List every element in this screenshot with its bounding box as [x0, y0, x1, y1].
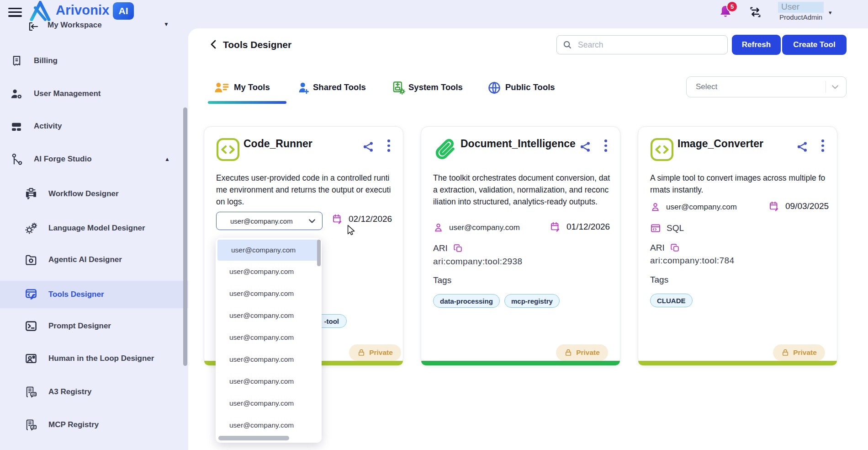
dropdown-option[interactable]: user@company.com: [216, 414, 322, 436]
back-button[interactable]: [208, 38, 219, 50]
expiry-date: 09/03/2025: [785, 201, 829, 211]
card-accent-bar: [638, 361, 837, 365]
dropdown-option[interactable]: user@company.com: [216, 370, 322, 392]
sidebar-item-ai-forge-studio[interactable]: AI Forge Studio ▲: [0, 145, 188, 173]
sidebar-item-activity[interactable]: Activity: [0, 112, 188, 140]
brand-name: Arivonix: [56, 3, 110, 18]
user-menu-chevron-down-icon[interactable]: ▾: [829, 9, 832, 16]
dropdown-option[interactable]: user@company.com: [216, 348, 322, 370]
subtype-row: SQL: [650, 223, 684, 234]
tool-card-document-intelligence[interactable]: Document_Intelligence The toolkit orches…: [421, 126, 620, 366]
hamburger-menu-icon[interactable]: [8, 5, 22, 19]
tool-description: The toolkit orchestrates document conver…: [433, 172, 610, 208]
tab-system-tools[interactable]: System Tools: [408, 82, 463, 92]
ari-row: ARI: [650, 243, 680, 253]
sql-window-icon: [650, 223, 661, 234]
tab-my-tools[interactable]: My Tools: [234, 82, 270, 92]
dropdown-option[interactable]: user@company.com: [216, 283, 322, 305]
tool-description: Executes user-provided code in a control…: [216, 172, 393, 208]
sidebar-item-language-model-designer[interactable]: Language Model Designer: [0, 214, 188, 242]
expiry-date-row: 01/12/2026: [550, 221, 610, 232]
filter-select-chevron-down-icon: [831, 82, 840, 91]
copy-icon[interactable]: [670, 243, 680, 253]
paperclip-icon: [433, 138, 457, 161]
sidebar-item-human-in-the-loop-designer[interactable]: Human in the Loop Designer: [0, 345, 188, 372]
doc-mcp-icon: [24, 418, 38, 432]
tab-shared-tools[interactable]: Shared Tools: [313, 82, 366, 92]
code-icon: [216, 138, 240, 161]
tab-public-tools[interactable]: Public Tools: [505, 82, 555, 92]
search-box: [556, 35, 728, 54]
owner-row: user@company.com: [650, 202, 737, 212]
person-icon: [650, 202, 661, 212]
share-icon[interactable]: [362, 140, 375, 153]
sidebar-item-prompt-designer[interactable]: Prompt Designer: [0, 312, 188, 340]
dropdown-option[interactable]: user@company.com: [217, 240, 319, 261]
page-title: Tools Designer: [223, 39, 291, 50]
lock-icon: [781, 348, 789, 357]
receipt-icon: [9, 55, 24, 67]
sidebar-item-billing[interactable]: Billing: [0, 47, 188, 75]
search-input[interactable]: [577, 40, 722, 50]
calendar-edit-icon: [550, 221, 561, 232]
share-icon[interactable]: [796, 140, 809, 153]
switch-workspace-icon[interactable]: [748, 5, 762, 19]
visibility-badge: Private: [556, 344, 608, 361]
gears-icon: [24, 221, 38, 235]
mouse-cursor: [345, 224, 357, 237]
folder-chip-icon: [24, 253, 38, 267]
tool-card-image-converter[interactable]: Image_Converter A simple tool to convert…: [638, 126, 837, 366]
create-tool-button[interactable]: Create Tool: [782, 35, 847, 55]
owner-row: user@company.com: [433, 222, 520, 233]
tag-chip: data-processing: [433, 294, 500, 308]
subtype: SQL: [667, 223, 684, 233]
dropdown-option[interactable]: user@company.com: [216, 261, 322, 283]
system-tools-icon: [391, 80, 407, 96]
sidebar-item-a3-registry[interactable]: A3 A3 Registry: [0, 378, 188, 406]
dropdown-option[interactable]: user@company.com: [216, 327, 322, 348]
sidebar-scrollbar[interactable]: [183, 107, 187, 366]
app-root: { "brand": {"name": "Arivonix", "badge":…: [0, 0, 868, 450]
user-name[interactable]: User: [778, 2, 824, 13]
expiry-date-row: 09/03/2025: [769, 201, 829, 212]
lock-icon: [564, 348, 572, 357]
share-icon[interactable]: [579, 140, 592, 153]
sidebar-item-user-management[interactable]: User Management: [0, 80, 188, 107]
owner-email: user@company.com: [449, 223, 520, 232]
filter-select-divider: [826, 81, 826, 93]
sidebar-item-tools-designer[interactable]: Tools Designer: [0, 281, 188, 308]
card-accent-bar: [421, 361, 620, 365]
lock-icon: [357, 348, 365, 357]
kebab-menu-icon[interactable]: [385, 139, 393, 152]
refresh-button[interactable]: Refresh: [732, 35, 781, 55]
branch-icon: [9, 153, 24, 166]
owner-select[interactable]: user@company.com: [216, 212, 323, 230]
calendar-edit-icon: [769, 201, 780, 212]
collapse-sidebar-icon[interactable]: [27, 21, 39, 32]
user-gear-icon: [9, 88, 24, 100]
person-icon: [433, 222, 444, 233]
copy-icon[interactable]: [453, 243, 463, 253]
sidebar-item-agentic-ai-designer[interactable]: Agentic AI Designer: [0, 246, 188, 273]
workflow-icon: [24, 187, 38, 201]
kebab-menu-icon[interactable]: [602, 139, 610, 152]
dropdown-horizontal-scrollbar[interactable]: [218, 436, 289, 440]
dropdown-vertical-scrollbar[interactable]: [317, 240, 321, 266]
ari-value: ari:company:tool:2938: [433, 257, 522, 267]
ari-row: ARI: [433, 243, 463, 253]
owner-select-value: user@company.com: [230, 217, 307, 225]
owner-select-dropdown: user@company.com user@company.com user@c…: [216, 238, 322, 443]
owner-select-chevron-down-icon: [307, 216, 317, 225]
kebab-menu-icon[interactable]: [819, 139, 827, 152]
dropdown-option[interactable]: user@company.com: [216, 305, 322, 327]
sidebar-item-mcp-registry[interactable]: MCP Registry: [0, 411, 188, 439]
filter-select[interactable]: Select: [686, 76, 847, 97]
dropdown-option[interactable]: user@company.com: [216, 392, 322, 414]
workspace-label[interactable]: My Workspace: [48, 21, 102, 30]
sidebar-item-workflow-designer[interactable]: Workflow Designer: [0, 180, 188, 208]
visibility-badge: Private: [773, 344, 825, 361]
collapse-chevron-up-icon[interactable]: ▲: [164, 156, 170, 162]
code-icon: [650, 138, 674, 161]
workspace-chevron-down-icon[interactable]: ▼: [164, 21, 169, 27]
terminal-icon: [24, 319, 38, 333]
